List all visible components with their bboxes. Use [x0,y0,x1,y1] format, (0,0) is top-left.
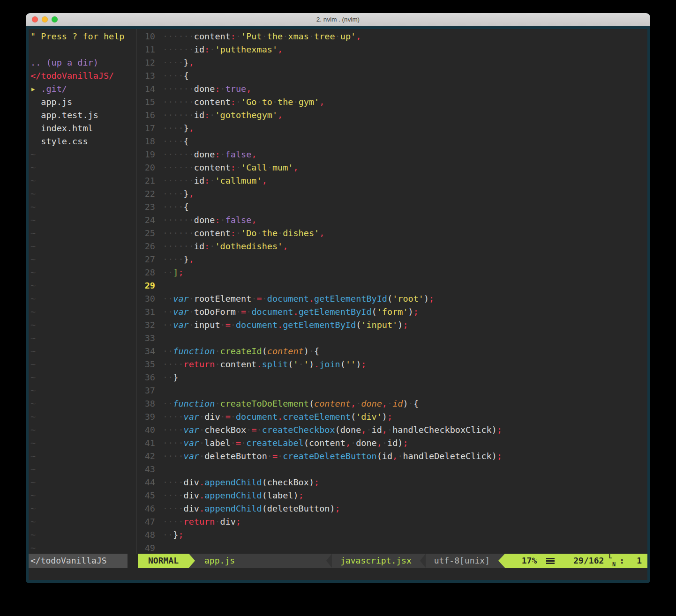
code-line[interactable]: 47····return·div; [136,515,647,528]
code-line[interactable]: 42····var·deleteButton·=·createDeleteBut… [136,450,647,463]
code-token: var [173,320,188,330]
code-line[interactable]: 26······id:·'dothedishes', [136,240,647,253]
code-line[interactable]: 43 [136,463,647,476]
code-line[interactable]: 45····div.appendChild(label); [136,489,647,502]
code-line[interactable]: 21······id:·'callmum', [136,174,647,187]
code-line[interactable]: 48··}; [136,528,647,542]
code-line[interactable]: 20······content:·'Call·mum', [136,161,647,174]
code-token: ; [361,359,366,369]
code-token: ( [351,412,356,422]
code-line[interactable]: 10······content:·'Put·the·xmas·tree·up', [136,30,647,43]
code-token: appendChild [204,477,262,487]
code-line[interactable]: 32··var·input·=·document.getElementById(… [136,319,647,332]
code-token: = [225,412,231,422]
code-token: (deleteButton) [262,504,335,513]
code-token: var [173,307,188,317]
explorer-item[interactable]: " Press ? for help [30,30,136,43]
zoom-button[interactable] [52,16,58,22]
code-token: input [194,320,220,330]
code-token: , [251,149,256,159]
code-token: createId [220,346,262,356]
code-line[interactable]: 23····{ [136,200,647,214]
tilde-text: ~ [30,241,36,251]
command-line[interactable] [29,568,647,580]
tilde-text: ~ [30,149,36,159]
code-token: join [319,359,340,369]
whitespace-dots: · [231,320,236,330]
code-line[interactable]: 24······done:·false, [136,214,647,227]
explorer-item[interactable]: index.html [30,122,136,135]
code-line[interactable]: 34··function·createId(content)·{ [136,345,647,358]
code-token: : [215,149,220,159]
tilde-text: ~ [30,451,36,461]
code-line[interactable]: 39····var·div·=·document.createElement('… [136,410,647,423]
close-button[interactable] [32,16,38,22]
whitespace-dots: · [299,359,304,369]
line-number: 22 [136,187,155,200]
code-token: tree [314,31,335,41]
code-line[interactable]: 18····{ [136,135,647,148]
code-line[interactable]: 11······id:·'putthexmas', [136,43,647,56]
explorer-item[interactable]: app.test.js [30,109,136,122]
code-line[interactable]: 49 [136,542,647,554]
statusbar: </todoVanillaJS NORMAL app.js javascript… [29,554,647,568]
explorer-item[interactable]: </todoVanillaJS/ [30,69,136,82]
line-number: 26 [136,240,155,253]
code-text: ····}, [155,253,194,266]
explorer-item[interactable]: style.css [30,135,136,148]
code-line[interactable]: 38··function·createToDoElement(content,·… [136,397,647,410]
line-number: 44 [136,476,155,489]
titlebar[interactable]: 2. nvim . (nvim) [26,13,650,26]
code-line[interactable]: 31··var·toDoForm·=·document.getElementBy… [136,305,647,319]
code-line[interactable]: 27····}, [136,253,647,266]
code-line[interactable]: 19······done:·false, [136,148,647,161]
code-line[interactable]: 17····}, [136,122,647,135]
code-token: createCheckbox [262,425,335,435]
code-token: done [194,84,215,94]
explorer-item[interactable]: .. (up a dir) [30,56,136,69]
code-line[interactable]: 46····div.appendChild(deleteButton); [136,502,647,515]
code-line[interactable]: 16······id:·'gotothegym', [136,109,647,122]
whitespace-dots: · [241,438,246,448]
whitespace-dots: · [220,320,225,330]
whitespace-dots: · [199,412,204,422]
code-line[interactable]: 15······content:·'Go·to·the·gym', [136,96,647,109]
code-token: . [199,504,204,513]
code-token: { [413,399,419,408]
code-line[interactable]: 33 [136,332,647,345]
code-token: var [184,438,199,448]
code-line[interactable]: 37 [136,384,647,397]
code-token: . [293,307,298,317]
code-line[interactable]: 40····var·checkBox·=·createCheckbox(done… [136,423,647,437]
code-line[interactable]: 14······done:·true, [136,82,647,96]
line-number: 20 [136,161,155,174]
filler-tilde: ~ [30,489,136,502]
code-line[interactable]: 12····}, [136,56,647,69]
code-line[interactable]: 44····div.appendChild(checkBox); [136,476,647,489]
whitespace-dots: · [210,176,215,186]
line-number: 30 [136,292,155,305]
code-token: . [199,490,204,500]
filler-tilde: ~ [30,371,136,384]
code-line[interactable]: 41····var·label·=·createLabel(content,·d… [136,437,647,450]
code-line[interactable]: 29 [136,279,647,292]
explorer-text: ▸ [30,84,41,94]
code-line[interactable]: 36··} [136,371,647,384]
code-text: ······id:·'putthexmas', [155,43,283,56]
code-line[interactable]: 28··]; [136,266,647,279]
line-number: 14 [136,82,155,96]
filler-tilde: ~ [30,161,136,174]
code-line[interactable]: 25······content:·'Do·the·dishes', [136,227,647,240]
code-line[interactable]: 30··var·rootElement·=·document.getElemen… [136,292,647,305]
minimize-button[interactable] [42,16,48,22]
explorer-item[interactable]: app.js [30,96,136,109]
code-token: split [262,359,288,369]
code-token: { [314,346,319,356]
explorer-item[interactable]: ▸ .git/ [30,82,136,96]
code-text: ··}; [155,528,184,542]
code-line[interactable]: 13····{ [136,69,647,82]
code-token: ( [372,307,377,317]
code-text: ······done:·false, [155,214,257,227]
code-line[interactable]: 22····}, [136,187,647,200]
code-line[interactable]: 35····return·content.split('·').join('')… [136,358,647,371]
